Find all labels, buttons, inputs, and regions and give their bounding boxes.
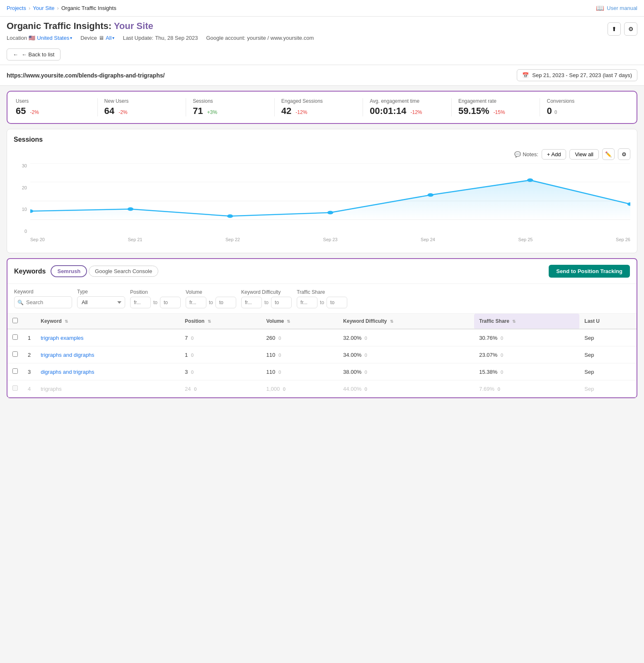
row-checkbox[interactable] bbox=[12, 334, 18, 340]
flag-icon: 🇺🇸 bbox=[29, 35, 35, 41]
edit-icon-button[interactable]: ✏️ bbox=[602, 148, 615, 160]
filter-type: Type All Branded Non-branded bbox=[77, 289, 125, 308]
row-position: 7 0 bbox=[180, 329, 261, 346]
user-manual-label: User manual bbox=[607, 5, 637, 11]
position-change: 0 bbox=[191, 370, 194, 375]
location-link[interactable]: United States ▾ bbox=[37, 35, 72, 41]
ts-range: to bbox=[297, 297, 347, 308]
row-num: 3 bbox=[23, 363, 36, 380]
book-icon: 📖 bbox=[596, 4, 604, 12]
back-to-list-button[interactable]: ← ← Back to list bbox=[7, 48, 61, 60]
ts-to-input[interactable] bbox=[327, 297, 347, 308]
metric-sessions-label: Sessions bbox=[193, 98, 268, 104]
toolbar: ← ← Back to list bbox=[0, 44, 644, 65]
volume-change: 0 bbox=[278, 336, 281, 341]
table-row: 3 digraphs and trigraphs 3 0 110 0 38.00… bbox=[7, 363, 637, 380]
volume-sort-icon: ⇅ bbox=[287, 319, 290, 324]
filter-kd: Keyword Difficulty to bbox=[241, 289, 292, 308]
th-position[interactable]: Position ⇅ bbox=[180, 314, 261, 329]
position-range: to bbox=[130, 297, 181, 308]
filter-ts: Traffic Share to bbox=[297, 289, 347, 308]
metric-users: Users 65 -2% bbox=[16, 98, 98, 116]
date-range-picker[interactable]: 📅 Sep 21, 2023 - Sep 27, 2023 (last 7 da… bbox=[517, 69, 637, 81]
volume-from-input[interactable] bbox=[186, 297, 206, 308]
page-title-site: Your Site bbox=[114, 21, 153, 31]
table-row: 2 trigraphs and digraphs 1 0 110 0 34.00… bbox=[7, 346, 637, 363]
kd-from-input[interactable] bbox=[241, 297, 262, 308]
position-change: 0 bbox=[191, 353, 194, 358]
th-volume[interactable]: Volume ⇅ bbox=[261, 314, 339, 329]
tab-semrush[interactable]: Semrush bbox=[51, 265, 87, 277]
filter-type-label: Type bbox=[77, 289, 125, 295]
volume-to-input[interactable] bbox=[215, 297, 236, 308]
google-label: Google account: bbox=[206, 35, 245, 41]
volume-range: to bbox=[186, 297, 236, 308]
tab-gsc[interactable]: Google Search Console bbox=[89, 266, 158, 277]
metric-new-users-change: -2% bbox=[119, 109, 127, 115]
kd-change: 0 bbox=[365, 353, 367, 358]
comment-icon: 💬 bbox=[514, 151, 521, 157]
th-keyword[interactable]: Keyword ⇅ bbox=[36, 314, 180, 329]
keywords-panel: Keywords Semrush Google Search Console S… bbox=[7, 258, 637, 398]
row-keyword[interactable]: trigraphs and digraphs bbox=[36, 346, 180, 363]
breadcrumb-current: Organic Traffic Insights bbox=[61, 5, 116, 11]
row-checkbox[interactable] bbox=[12, 368, 18, 374]
position-to-input[interactable] bbox=[160, 297, 181, 308]
row-keyword[interactable]: trigraphs bbox=[36, 380, 180, 397]
row-position: 1 0 bbox=[180, 346, 261, 363]
x-label-sep24: Sep 24 bbox=[421, 237, 435, 242]
row-ts: 15.38% 0 bbox=[474, 363, 579, 380]
row-checkbox-cell bbox=[7, 380, 23, 397]
row-checkbox[interactable] bbox=[12, 385, 18, 391]
breadcrumb-yoursite[interactable]: Your Site bbox=[33, 5, 54, 11]
metric-engaged: Engaged Sessions 42 -12% bbox=[275, 98, 363, 116]
volume-to-sep: to bbox=[208, 300, 214, 305]
select-all-checkbox[interactable] bbox=[12, 318, 18, 323]
position-from-input[interactable] bbox=[130, 297, 151, 308]
row-checkbox-cell bbox=[7, 346, 23, 363]
metrics-panel: Users 65 -2% New Users 64 -2% Sessions 7… bbox=[7, 91, 637, 124]
x-label-sep26: Sep 26 bbox=[616, 237, 630, 242]
date-range-value: Sep 21, 2023 - Sep 27, 2023 (last 7 days… bbox=[532, 72, 632, 78]
ts-from-input[interactable] bbox=[297, 297, 317, 308]
metric-engagement-time-value: 00:01:14 -12% bbox=[370, 106, 445, 116]
sessions-title: Sessions bbox=[14, 136, 630, 143]
th-kd[interactable]: Keyword Difficulty ⇅ bbox=[338, 314, 474, 329]
row-keyword[interactable]: trigraph examples bbox=[36, 329, 180, 346]
th-ts[interactable]: Traffic Share ⇅ bbox=[474, 314, 579, 329]
position-to-sep: to bbox=[153, 300, 158, 305]
filter-position: Position to bbox=[130, 289, 181, 308]
x-label-sep20: Sep 20 bbox=[30, 237, 45, 242]
export-button[interactable]: ⬆ bbox=[608, 22, 621, 36]
add-note-button[interactable]: + Add bbox=[542, 149, 567, 160]
position-change: 0 bbox=[191, 336, 194, 341]
metric-users-change: -2% bbox=[30, 109, 39, 115]
kd-to-sep: to bbox=[264, 300, 269, 305]
last-update-label: Last Update: bbox=[123, 35, 153, 41]
kd-to-input[interactable] bbox=[271, 297, 292, 308]
metric-engagement-rate: Engagement rate 59.15% -15% bbox=[452, 98, 540, 116]
row-last: Sep bbox=[579, 363, 637, 380]
chart-settings-button[interactable]: ⚙ bbox=[618, 148, 630, 160]
x-label-sep21: Sep 21 bbox=[128, 237, 143, 242]
row-volume: 1,000 0 bbox=[261, 380, 339, 397]
row-keyword[interactable]: digraphs and trigraphs bbox=[36, 363, 180, 380]
metric-users-value: 65 -2% bbox=[16, 106, 91, 116]
row-num: 4 bbox=[23, 380, 36, 397]
location-value: United States bbox=[37, 35, 69, 41]
type-select[interactable]: All Branded Non-branded bbox=[77, 296, 125, 308]
url-section: https://www.yoursite.com/blends-digraphs… bbox=[0, 65, 644, 86]
settings-button[interactable]: ⚙ bbox=[624, 22, 637, 36]
ts-change: 0 bbox=[501, 370, 503, 375]
table-row: 4 trigraphs 24 0 1,000 0 44.00% 0 7.69% … bbox=[7, 380, 637, 397]
device-link[interactable]: All ▾ bbox=[106, 35, 114, 41]
page-title-prefix: Organic Traffic Insights: bbox=[7, 21, 114, 31]
row-kd: 44.00% 0 bbox=[338, 380, 474, 397]
metrics-grid: Users 65 -2% New Users 64 -2% Sessions 7… bbox=[16, 98, 628, 116]
user-manual-link[interactable]: 📖 User manual bbox=[596, 4, 637, 12]
row-checkbox[interactable] bbox=[12, 351, 18, 357]
send-to-position-tracking-button[interactable]: Send to Position Tracking bbox=[549, 265, 630, 278]
view-all-button[interactable]: View all bbox=[569, 149, 599, 160]
table-row: 1 trigraph examples 7 0 260 0 32.00% 0 3… bbox=[7, 329, 637, 346]
breadcrumb-projects[interactable]: Projects bbox=[7, 5, 26, 11]
